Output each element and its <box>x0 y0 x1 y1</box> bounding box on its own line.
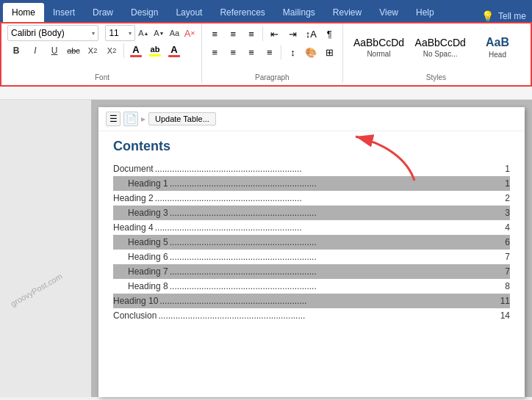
toc-entry[interactable]: Heading 10 .............................… <box>113 294 510 308</box>
sort-button[interactable]: ↕A <box>303 25 320 43</box>
entry-page: 7 <box>505 252 510 262</box>
font-dropdown-arrow: ▾ <box>92 30 95 37</box>
strikethrough-button[interactable]: abc <box>65 42 82 59</box>
divider-2 <box>262 26 263 41</box>
entry-page: 11 <box>500 296 510 306</box>
entry-dots: ........................................… <box>170 178 504 189</box>
style-heading-label: Head <box>489 51 506 59</box>
entry-page: 1 <box>505 164 510 174</box>
tab-bar: Home Insert Draw Design Layout Reference… <box>0 0 532 22</box>
highlight-color-button[interactable]: ab <box>146 42 164 59</box>
font-color-button[interactable]: A <box>127 42 145 59</box>
style-heading[interactable]: AaB Head <box>472 26 523 68</box>
toc-entry[interactable]: Heading 4 ..............................… <box>113 220 510 235</box>
shading-fill-button[interactable]: 🎨 <box>303 43 320 61</box>
italic-button[interactable]: I <box>26 42 44 59</box>
toc-entry[interactable]: Heading 2 ..............................… <box>113 191 510 206</box>
toc-entry[interactable]: Heading 5 ..............................… <box>113 235 510 250</box>
show-formatting-button[interactable]: ¶ <box>321 25 338 43</box>
toc-entry[interactable]: Heading 8 ..............................… <box>113 279 510 294</box>
shading-button[interactable]: A <box>165 42 183 59</box>
entry-page: 6 <box>505 237 510 247</box>
lightbulb-icon: 💡 <box>481 10 494 22</box>
font-name-selector[interactable]: Calibri (Body) ▾ <box>7 25 98 41</box>
toc-entry[interactable]: Heading 6 ..............................… <box>113 250 510 264</box>
style-no-spacing[interactable]: AaBbCcDd No Spac... <box>410 26 470 68</box>
entry-text: Heading 8 <box>128 281 168 291</box>
grow-font-button[interactable]: A▲ <box>137 26 151 40</box>
clear-format-button[interactable]: A✕ <box>183 26 197 40</box>
toc-entry[interactable]: Heading 1 ..............................… <box>113 176 510 191</box>
tab-draw[interactable]: Draw <box>84 3 122 22</box>
justify-button[interactable]: ≡ <box>261 43 278 61</box>
tab-design[interactable]: Design <box>122 3 167 22</box>
tell-me-input[interactable]: Tell me <box>498 11 526 21</box>
entry-dots: ........................................… <box>155 193 504 203</box>
tab-review[interactable]: Review <box>324 3 370 22</box>
superscript-button[interactable]: X2 <box>103 42 121 59</box>
toc-entry[interactable]: Heading 3 ..............................… <box>113 206 510 220</box>
para-row-2: ≡ ≡ ≡ ≡ ↕ 🎨 ⊞ <box>206 43 338 61</box>
entry-text: Heading 3 <box>128 208 168 218</box>
entry-text: Conclusion <box>113 310 157 321</box>
entry-dots: ........................................… <box>170 208 504 218</box>
decrease-indent-button[interactable]: ⇤ <box>266 25 283 43</box>
change-case-button[interactable]: Aa <box>168 26 181 40</box>
toc-entry[interactable]: Document ...............................… <box>113 161 510 176</box>
entry-dots: ........................................… <box>159 296 498 306</box>
document-page: ☰ 📄 ▸ Update Table... Contents Document … <box>98 107 525 397</box>
align-left-button[interactable]: ≡ <box>206 43 223 61</box>
increase-indent-button[interactable]: ⇥ <box>284 25 301 43</box>
style-normal-preview: AaBbCcDd <box>353 37 404 48</box>
style-normal-label: Normal <box>367 50 390 58</box>
entry-text: Heading 1 <box>128 178 168 189</box>
style-normal[interactable]: AaBbCcDd Normal <box>349 26 409 68</box>
entry-dots: ........................................… <box>170 281 504 291</box>
align-center-button[interactable]: ≡ <box>225 43 242 61</box>
entry-text: Heading 5 <box>128 237 168 247</box>
entry-dots: ........................................… <box>170 237 504 247</box>
entry-text: Heading 4 <box>113 222 154 233</box>
tab-help[interactable]: Help <box>407 3 443 22</box>
font-size-selector[interactable]: 11 ▾ <box>105 25 134 41</box>
align-right-button[interactable]: ≡ <box>243 43 260 61</box>
tab-layout[interactable]: Layout <box>167 3 211 22</box>
toc-entry[interactable]: Conclusion .............................… <box>113 308 510 323</box>
entry-dots: ........................................… <box>170 252 504 262</box>
toc-list-icon[interactable]: ☰ <box>106 112 121 126</box>
entry-dots: ........................................… <box>155 222 504 233</box>
toc-doc-icon[interactable]: 📄 <box>123 112 138 126</box>
toc-entry[interactable]: Heading 7 ..............................… <box>113 264 510 279</box>
document-area: ☰ 📄 ▸ Update Table... Contents Document … <box>91 100 532 397</box>
entry-page: 2 <box>505 193 510 203</box>
ruler-area <box>0 87 532 100</box>
style-no-spacing-label: No Spac... <box>423 50 458 58</box>
subscript-button[interactable]: X2 <box>84 42 101 59</box>
font-group-label: Font <box>3 73 201 81</box>
underline-button[interactable]: U <box>46 42 63 59</box>
ribbon: Calibri (Body) ▾ 11 ▾ A▲ A▼ Aa A✕ B I U … <box>0 22 532 87</box>
size-dropdown-arrow: ▾ <box>129 30 132 37</box>
shrink-font-button[interactable]: A▼ <box>152 26 166 40</box>
tab-references[interactable]: References <box>211 3 273 22</box>
tab-mailings[interactable]: Mailings <box>274 3 324 22</box>
line-spacing-button[interactable]: ↕ <box>284 43 301 61</box>
entry-page: 14 <box>500 310 510 321</box>
bullets-button[interactable]: ≡ <box>206 25 223 43</box>
update-table-button[interactable]: Update Table... <box>148 112 216 126</box>
tab-view[interactable]: View <box>370 3 407 22</box>
font-group: Calibri (Body) ▾ 11 ▾ A▲ A▼ Aa A✕ B I U … <box>3 23 202 83</box>
tab-insert[interactable]: Insert <box>44 3 84 22</box>
numbering-button[interactable]: ≡ <box>225 25 242 43</box>
tab-home[interactable]: Home <box>3 3 44 22</box>
entry-text: Heading 10 <box>113 296 158 306</box>
toc-toolbar: ☰ 📄 ▸ Update Table... <box>98 107 525 131</box>
entry-text: Heading 6 <box>128 252 168 262</box>
borders-button[interactable]: ⊞ <box>321 43 338 61</box>
left-margin: groovyPost.com <box>0 100 91 397</box>
bold-button[interactable]: B <box>7 42 25 59</box>
paragraph-group: ≡ ≡ ≡ ⇤ ⇥ ↕A ¶ ≡ ≡ ≡ ≡ ↕ 🎨 ⊞ Paragraph <box>202 23 343 83</box>
multilevel-button[interactable]: ≡ <box>243 25 260 43</box>
font-color-bar <box>130 55 142 57</box>
divider-1 <box>123 43 124 58</box>
